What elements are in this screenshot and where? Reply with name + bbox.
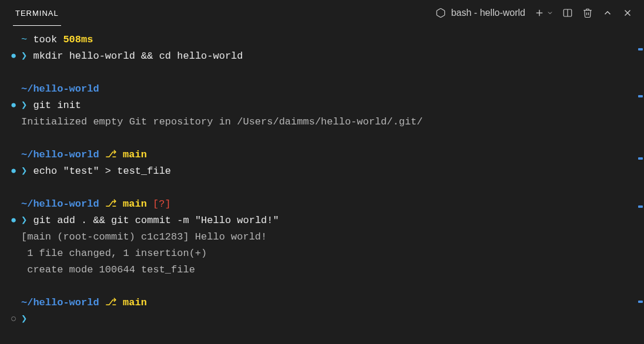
shell-icon	[435, 7, 447, 19]
maximize-panel-button[interactable]	[602, 7, 613, 19]
terminal-output[interactable]: ~ took 508ms●❯ mkdir hello-world && cd h…	[0, 26, 644, 333]
status-bullet: ○	[11, 311, 21, 328]
new-terminal-combo	[534, 7, 554, 19]
status-bullet: ●	[11, 213, 21, 229]
git-status-flags: [?]	[147, 196, 171, 213]
output-line: [main (root-commit) c1c1283] Hello world…	[11, 229, 633, 245]
path-segment: ~/hello-world	[21, 81, 99, 97]
new-terminal-button[interactable]	[534, 7, 545, 19]
close-panel-button[interactable]	[622, 7, 633, 19]
output-text: Initialized empty Git repository in /Use…	[21, 114, 423, 130]
took-label: took	[33, 32, 63, 48]
prompt-header: ~/hello-world	[11, 81, 633, 97]
git-branch-icon: ⎇	[99, 147, 123, 163]
prompt-arrow-icon: ❯	[21, 97, 33, 114]
prompt-arrow-icon: ❯	[21, 213, 33, 229]
command-line: ●❯ git add . && git commit -m "Hello wor…	[11, 213, 633, 229]
tabs-left: TERMINAL	[6, 0, 68, 26]
scroll-mark	[638, 301, 643, 303]
branch-name: main	[123, 295, 147, 311]
kill-terminal-button[interactable]	[582, 7, 593, 19]
scroll-mark	[638, 95, 643, 97]
tabs-right: bash - hello-world	[435, 7, 638, 19]
command-text: git init	[33, 97, 81, 114]
prompt-header: ~/hello-world ⎇ main	[11, 147, 633, 163]
command-line: ○❯	[11, 311, 633, 328]
command-text: echo "test" > test_file	[33, 163, 171, 180]
output-text: [main (root-commit) c1c1283] Hello world…	[21, 229, 267, 245]
prompt-header: ~/hello-world ⎇ main	[11, 295, 633, 311]
output-line: create mode 100644 test_file	[11, 262, 633, 278]
terminal-tab-bar: TERMINAL bash - hello-world	[0, 0, 644, 26]
shell-label[interactable]: bash - hello-world	[435, 7, 525, 19]
prompt-arrow-icon: ❯	[21, 311, 33, 328]
blank-line	[11, 65, 633, 81]
branch-name: main	[123, 147, 147, 163]
command-text: git add . && git commit -m "Hello world!…	[33, 213, 279, 229]
blank-line	[11, 130, 633, 147]
tab-terminal[interactable]: TERMINAL	[6, 0, 68, 26]
scroll-mark	[638, 48, 643, 50]
command-line: ●❯ echo "test" > test_file	[11, 163, 633, 180]
path-segment: ~/hello-world	[21, 196, 99, 213]
command-line: ●❯ mkdir hello-world && cd hello-world	[11, 48, 633, 65]
tab-label: TERMINAL	[15, 9, 59, 18]
command-text: mkdir hello-world && cd hello-world	[33, 48, 243, 65]
status-bullet: ●	[11, 48, 21, 65]
status-bullet: ●	[11, 163, 21, 180]
prompt-header: ~/hello-world ⎇ main [?]	[11, 196, 633, 213]
output-line: Initialized empty Git repository in /Use…	[11, 114, 633, 130]
scroll-mark	[638, 205, 643, 208]
new-terminal-dropdown[interactable]	[546, 7, 554, 19]
shell-name: bash - hello-world	[451, 8, 525, 18]
timing-value: 508ms	[63, 32, 93, 48]
blank-line	[11, 180, 633, 196]
output-text: create mode 100644 test_file	[21, 262, 195, 278]
prompt-arrow-icon: ❯	[21, 163, 33, 180]
scroll-mark	[638, 157, 643, 160]
output-line: 1 file changed, 1 insertion(+)	[11, 245, 633, 262]
git-branch-icon: ⎇	[99, 295, 123, 311]
path-segment: ~/hello-world	[21, 147, 99, 163]
output-text: 1 file changed, 1 insertion(+)	[21, 245, 207, 262]
branch-name: main	[123, 196, 147, 213]
git-branch-icon: ⎇	[99, 196, 123, 213]
path-segment: ~/hello-world	[21, 295, 99, 311]
status-bullet: ●	[11, 97, 21, 114]
blank-line	[11, 278, 633, 295]
prompt-header: ~ took 508ms	[11, 32, 633, 48]
prompt-arrow-icon: ❯	[21, 48, 33, 65]
split-terminal-button[interactable]	[562, 7, 573, 19]
path-segment: ~	[21, 32, 33, 48]
terminal-scrollbar[interactable]	[637, 26, 644, 344]
command-line: ●❯ git init	[11, 97, 633, 114]
